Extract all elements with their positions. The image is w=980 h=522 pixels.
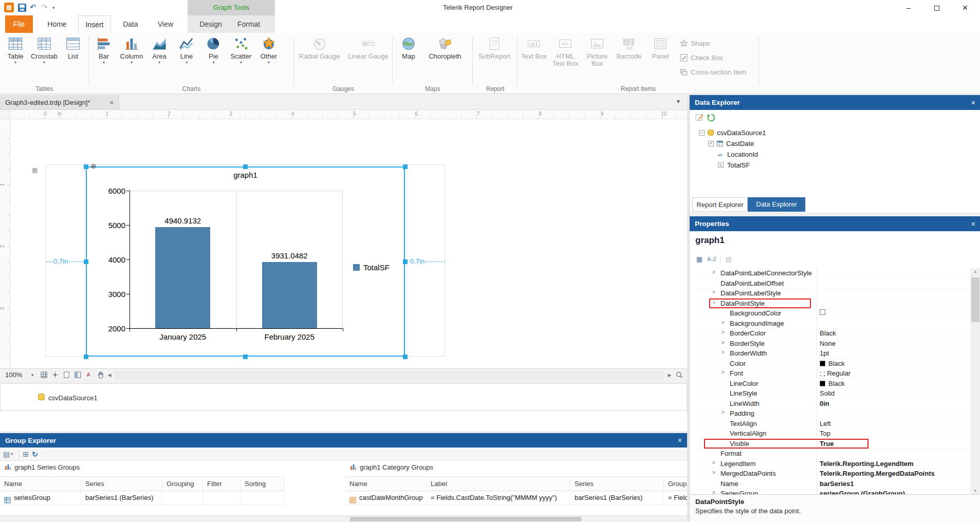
add-group-icon[interactable]: ⊞ bbox=[23, 450, 29, 458]
expander-icon[interactable]: > bbox=[712, 490, 715, 494]
tab-format[interactable]: Format bbox=[231, 15, 266, 33]
property-value[interactable]: barSeries1 bbox=[820, 480, 959, 488]
undo-icon[interactable]: ↶ bbox=[30, 3, 36, 12]
property-row-bordercolor[interactable]: >BorderColorBlack bbox=[690, 328, 970, 339]
scrollbar-thumb[interactable] bbox=[350, 517, 581, 521]
property-row-linestyle[interactable]: LineStyleSolid bbox=[690, 388, 970, 399]
section-handle-icon[interactable]: ▦ bbox=[32, 166, 38, 174]
property-value[interactable]: Top bbox=[820, 430, 959, 437]
tab-home[interactable]: Home bbox=[41, 15, 73, 33]
zoom-tool-icon[interactable] bbox=[674, 370, 684, 380]
property-row-linecolor[interactable]: LineColorBlack bbox=[690, 379, 970, 389]
datasource-component[interactable]: csvDataSource1 bbox=[38, 393, 97, 402]
ribbon-item-pie[interactable]: Pie▾ bbox=[200, 35, 227, 65]
property-value[interactable]: Telerik.Reporting.LegendItem bbox=[820, 460, 959, 468]
scroll-up-icon[interactable]: ▲ bbox=[970, 269, 980, 274]
property-row-datapointstyle[interactable]: >DataPointStyle bbox=[690, 299, 970, 309]
expander-icon[interactable]: > bbox=[722, 370, 725, 375]
ribbon-item-area[interactable]: Area▾ bbox=[145, 35, 173, 65]
tab-data-explorer[interactable]: Data Explorer bbox=[748, 197, 805, 212]
minimize-button[interactable]: – bbox=[895, 0, 922, 15]
grid-toggle-icon[interactable] bbox=[39, 370, 49, 380]
tab-file[interactable]: File bbox=[5, 15, 33, 33]
dropdown-arrow-icon[interactable]: ▾ bbox=[200, 60, 227, 65]
property-value[interactable]: Left bbox=[820, 420, 959, 427]
table-cell[interactable]: seriesGroup bbox=[0, 491, 81, 505]
tree-expander-icon[interactable]: + bbox=[708, 141, 714, 146]
dropdown-arrow-icon[interactable]: ▾ bbox=[145, 60, 173, 65]
ribbon-item-scatter[interactable]: Scatter▾ bbox=[227, 35, 255, 65]
document-tab[interactable]: Graph3-edited.trdp [Design]* × bbox=[0, 95, 119, 109]
app-icon[interactable]: ▦ bbox=[4, 3, 14, 12]
table-cell[interactable]: = Fields.CastDate.ToString("MMMM yyyy") bbox=[427, 491, 570, 505]
selection-handle[interactable] bbox=[403, 164, 408, 169]
group-explorer-hscrollbar[interactable] bbox=[0, 515, 687, 522]
ribbon-item-map[interactable]: Map bbox=[394, 35, 423, 60]
scroll-left-icon[interactable]: ◀ bbox=[106, 372, 113, 378]
property-row-borderwidth[interactable]: >BorderWidth1pt bbox=[690, 348, 970, 359]
font-preview-icon[interactable]: A bbox=[84, 370, 94, 380]
selection-handle[interactable] bbox=[243, 355, 248, 359]
scroll-down-icon[interactable]: ▼ bbox=[970, 489, 980, 493]
dropdown-arrow-icon[interactable]: ▾ bbox=[30, 60, 59, 65]
property-value[interactable]: None bbox=[820, 340, 959, 347]
group-explorer-close-icon[interactable]: × bbox=[678, 436, 682, 444]
expander-icon[interactable]: > bbox=[722, 340, 725, 345]
dropdown-arrow-icon[interactable]: ▾ bbox=[1, 60, 30, 65]
property-value[interactable]: seriesGroup (GraphGroup) bbox=[820, 490, 959, 494]
ribbon-item-table[interactable]: Table▾ bbox=[1, 35, 30, 65]
expander-icon[interactable]: > bbox=[712, 270, 715, 275]
ribbon-item-list[interactable]: List bbox=[59, 35, 87, 60]
dropdown-arrow-icon[interactable]: ▾ bbox=[118, 60, 145, 65]
dropdown-arrow-icon[interactable]: ▾ bbox=[255, 60, 283, 65]
property-row-format[interactable]: Format bbox=[690, 449, 970, 459]
quick-access-dropdown-icon[interactable]: ▾ bbox=[52, 5, 55, 10]
property-row-linewidth[interactable]: LineWidth0in bbox=[690, 399, 970, 409]
tab-view[interactable]: View bbox=[150, 15, 181, 33]
property-row-color[interactable]: ColorBlack bbox=[690, 359, 970, 369]
tab-report-explorer[interactable]: Report Explorer bbox=[692, 197, 748, 212]
selection-handle[interactable] bbox=[403, 259, 408, 264]
tree-item-csvdatasource1[interactable]: −csvDataSource1 bbox=[699, 127, 766, 138]
property-row-backgroundimage[interactable]: >BackgroundImage bbox=[690, 319, 970, 329]
dropdown-arrow-icon[interactable]: ▾ bbox=[227, 60, 255, 65]
property-value[interactable]: True bbox=[820, 440, 959, 448]
expander-icon[interactable]: > bbox=[712, 470, 715, 475]
property-value[interactable]: Black bbox=[820, 329, 959, 337]
property-row-datapointlabelstyle[interactable]: >DataPointLabelStyle bbox=[690, 288, 970, 299]
close-button[interactable]: × bbox=[952, 0, 978, 15]
selection-handle[interactable] bbox=[84, 259, 88, 264]
ribbon-item-column[interactable]: Column▾ bbox=[118, 35, 145, 65]
property-row-legenditem[interactable]: >LegendItemTelerik.Reporting.LegendItem bbox=[690, 459, 970, 469]
document-list-dropdown-icon[interactable]: ▼ bbox=[676, 99, 681, 104]
document-tab-close-icon[interactable]: × bbox=[109, 99, 114, 106]
properties-close-icon[interactable]: × bbox=[971, 220, 975, 228]
property-row-name[interactable]: NamebarSeries1 bbox=[690, 479, 970, 489]
categorized-view-icon[interactable]: ▦ bbox=[694, 254, 705, 264]
property-row-padding[interactable]: >Padding bbox=[690, 408, 970, 419]
expander-icon[interactable]: > bbox=[722, 410, 725, 415]
dropdown-arrow-icon[interactable]: ▾ bbox=[173, 60, 200, 65]
ribbon-item-choropleth[interactable]: Choropleth bbox=[423, 35, 467, 60]
expander-icon[interactable]: > bbox=[712, 290, 715, 295]
property-row-backgroundcolor[interactable]: BackgroundColor bbox=[690, 308, 970, 319]
scroll-right-icon[interactable]: ▶ bbox=[666, 372, 673, 378]
design-canvas[interactable]: ▦ graph1 60005000400030002000January 202… bbox=[10, 119, 687, 368]
expander-icon[interactable]: > bbox=[722, 330, 725, 335]
ribbon-item-other[interactable]: Other▾ bbox=[255, 35, 283, 65]
property-value[interactable]: Telerik.Reporting.MergedDataPoints bbox=[820, 470, 959, 477]
property-row-verticalalign[interactable]: VerticalAlignTop bbox=[690, 428, 970, 439]
table-cell[interactable]: barSeries1 (BarSeries) bbox=[570, 491, 664, 505]
save-icon[interactable] bbox=[18, 4, 26, 12]
selection-handle[interactable] bbox=[84, 164, 88, 169]
selection-handle[interactable] bbox=[243, 164, 248, 169]
ribbon-item-crosstab[interactable]: Crosstab▾ bbox=[30, 35, 59, 65]
dropdown-arrow-icon[interactable]: ▾ bbox=[90, 60, 118, 65]
alphabetical-sort-icon[interactable]: A↓Z bbox=[706, 254, 717, 264]
table-cell[interactable] bbox=[162, 491, 203, 505]
property-row-textalign[interactable]: TextAlignLeft bbox=[690, 419, 970, 429]
move-handle-icon[interactable]: ⊕ bbox=[90, 162, 97, 170]
zoom-level[interactable]: 100% bbox=[5, 371, 27, 379]
pan-icon[interactable] bbox=[95, 370, 105, 380]
table-cell[interactable] bbox=[203, 491, 241, 505]
